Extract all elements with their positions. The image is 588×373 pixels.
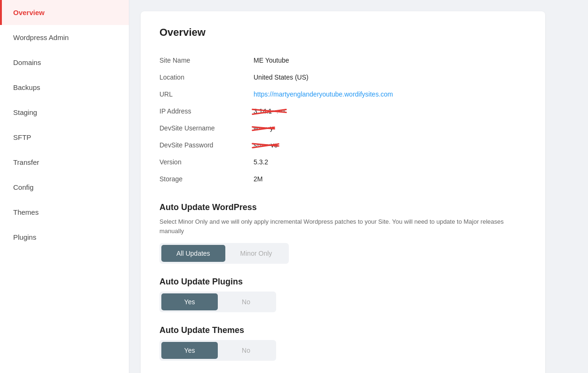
version-label: Version bbox=[159, 158, 254, 166]
location-value: United States (US) bbox=[254, 73, 309, 81]
devsite-username-value: w•••••y bbox=[254, 124, 273, 132]
storage-row: Storage 2M bbox=[159, 170, 526, 187]
auto-update-wp-section: Auto Update WordPress Select Minor Only … bbox=[159, 203, 526, 264]
site-info-table: Site Name ME Youtube Location United Sta… bbox=[159, 52, 526, 187]
password-redacted: s••••••ve bbox=[254, 141, 278, 149]
auto-update-wp-desc: Select Minor Only and we will only apply… bbox=[159, 217, 526, 235]
sidebar-item-label: Overview bbox=[13, 8, 45, 16]
sidebar-item-label: Transfer bbox=[13, 158, 39, 166]
sidebar-item-label: Config bbox=[13, 183, 33, 191]
devsite-username-label: DevSite Username bbox=[159, 124, 254, 132]
devsite-password-row: DevSite Password s••••••ve bbox=[159, 137, 526, 154]
storage-label: Storage bbox=[159, 175, 254, 183]
plugins-no-button[interactable]: No bbox=[218, 293, 274, 310]
url-value[interactable]: https://martyenglanderyoutube.wordifysit… bbox=[254, 90, 393, 98]
all-updates-button[interactable]: All Updates bbox=[161, 245, 225, 262]
url-row: URL https://martyenglanderyoutube.wordif… bbox=[159, 86, 526, 103]
auto-update-plugins-section: Auto Update Plugins Yes No bbox=[159, 277, 526, 312]
auto-update-themes-toggle: Yes No bbox=[159, 340, 276, 361]
sidebar-item-staging[interactable]: Staging bbox=[0, 100, 129, 125]
devsite-password-value: s••••••ve bbox=[254, 141, 278, 149]
main-content: Overview Site Name ME Youtube Location U… bbox=[129, 0, 588, 373]
auto-update-plugins-title: Auto Update Plugins bbox=[159, 277, 526, 287]
sidebar-item-wordpress-admin[interactable]: Wordpress Admin bbox=[0, 25, 129, 50]
sidebar-item-sftp[interactable]: SFTP bbox=[0, 125, 129, 150]
sidebar-item-label: Wordpress Admin bbox=[13, 33, 69, 41]
themes-yes-button[interactable]: Yes bbox=[161, 342, 218, 359]
sidebar-item-label: Backups bbox=[13, 83, 40, 91]
ip-row: IP Address 3.14.1••.••• bbox=[159, 103, 526, 120]
version-value: 5.3.2 bbox=[254, 158, 268, 166]
page-title: Overview bbox=[159, 26, 526, 39]
site-name-label: Site Name bbox=[159, 57, 254, 64]
site-name-row: Site Name ME Youtube bbox=[159, 52, 526, 69]
sidebar-item-plugins[interactable]: Plugins bbox=[0, 225, 129, 250]
url-label: URL bbox=[159, 90, 254, 98]
sidebar: Overview Wordpress Admin Domains Backups… bbox=[0, 0, 129, 373]
sidebar-item-label: Themes bbox=[13, 208, 39, 216]
sidebar-item-domains[interactable]: Domains bbox=[0, 50, 129, 75]
storage-value: 2M bbox=[254, 175, 262, 183]
location-row: Location United States (US) bbox=[159, 69, 526, 86]
auto-update-themes-title: Auto Update Themes bbox=[159, 325, 526, 335]
auto-update-themes-section: Auto Update Themes Yes No bbox=[159, 325, 526, 361]
minor-only-button[interactable]: Minor Only bbox=[225, 245, 287, 262]
content-card: Overview Site Name ME Youtube Location U… bbox=[141, 11, 545, 373]
sidebar-item-themes[interactable]: Themes bbox=[0, 200, 129, 225]
ip-label: IP Address bbox=[159, 107, 254, 115]
sidebar-item-overview[interactable]: Overview bbox=[0, 0, 129, 25]
sidebar-item-backups[interactable]: Backups bbox=[0, 75, 129, 100]
devsite-username-row: DevSite Username w•••••y bbox=[159, 120, 526, 137]
sidebar-item-config[interactable]: Config bbox=[0, 175, 129, 200]
auto-update-wp-toggle: All Updates Minor Only bbox=[159, 243, 289, 264]
ip-value: 3.14.1••.••• bbox=[254, 107, 285, 115]
site-name-value: ME Youtube bbox=[254, 57, 289, 64]
sidebar-item-transfer[interactable]: Transfer bbox=[0, 150, 129, 175]
username-redacted: w•••••y bbox=[254, 124, 273, 132]
devsite-password-label: DevSite Password bbox=[159, 141, 254, 149]
ip-redacted: 3.14.1••.••• bbox=[254, 107, 285, 115]
plugins-yes-button[interactable]: Yes bbox=[161, 293, 218, 310]
sidebar-item-label: Plugins bbox=[13, 233, 36, 241]
sidebar-item-label: SFTP bbox=[13, 133, 31, 141]
version-row: Version 5.3.2 bbox=[159, 154, 526, 170]
sidebar-item-label: Domains bbox=[13, 58, 41, 66]
themes-no-button[interactable]: No bbox=[218, 342, 274, 359]
location-label: Location bbox=[159, 73, 254, 81]
auto-update-plugins-toggle: Yes No bbox=[159, 292, 276, 312]
auto-update-wp-title: Auto Update WordPress bbox=[159, 203, 526, 212]
sidebar-item-label: Staging bbox=[13, 108, 37, 116]
